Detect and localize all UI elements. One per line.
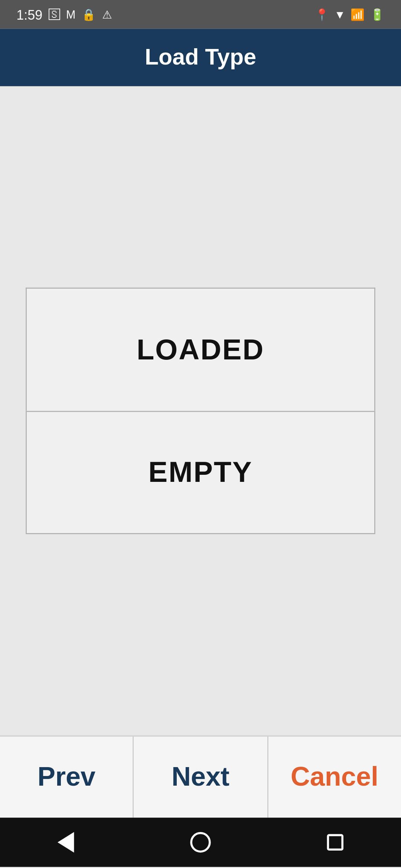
home-button[interactable] [190,832,211,852]
location-icon: 📍 [315,8,329,21]
cancel-button[interactable]: Cancel [268,737,401,818]
options-container: LOADED EMPTY [26,287,375,534]
empty-button[interactable]: EMPTY [26,411,375,534]
loaded-button[interactable]: LOADED [26,287,375,411]
wifi-icon: ▼ [334,8,345,20]
page-title: Load Type [145,44,256,71]
system-nav-bar [0,818,401,867]
status-bar-left: 1:59 🅂 M 🔒 ⚠ [16,7,113,22]
time-display: 1:59 [16,7,42,22]
alert-icon: ⚠ [102,8,113,21]
recents-button[interactable] [327,834,343,851]
back-button[interactable] [58,832,74,852]
app-header: Load Type [0,29,401,86]
status-bar-right: 📍 ▼ 📶 🔋 [315,8,385,21]
sim-icon: 🅂 [49,8,60,20]
status-bar: 1:59 🅂 M 🔒 ⚠ 📍 ▼ 📶 🔋 [0,0,401,29]
signal-icon: 📶 [351,8,365,21]
bottom-nav: Prev Next Cancel [0,736,401,818]
next-button[interactable]: Next [134,737,268,818]
lock-icon: 🔒 [82,8,96,21]
battery-icon: 🔋 [370,8,385,21]
mail-icon: M [66,8,75,20]
main-content: LOADED EMPTY [0,86,401,736]
prev-button[interactable]: Prev [0,737,134,818]
